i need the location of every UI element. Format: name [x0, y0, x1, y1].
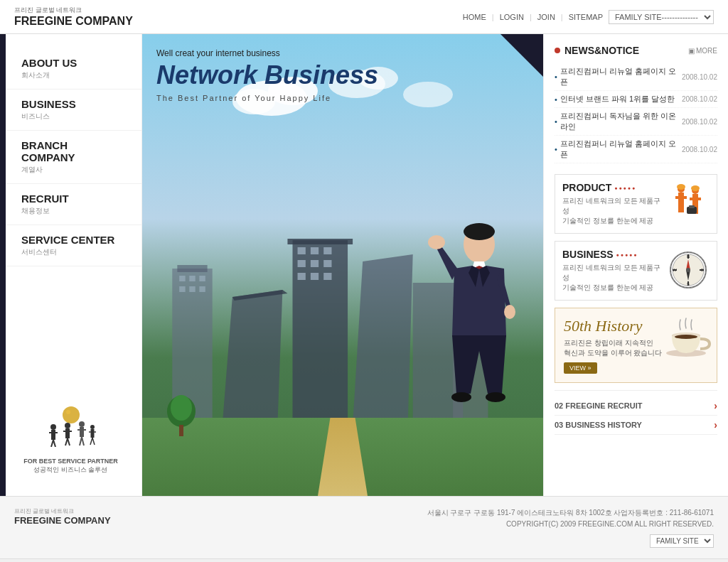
svg-rect-33: [179, 286, 185, 292]
news-item-1[interactable]: 인터넷 브랜드 파워 1위를 달성한 2008.10.02: [555, 91, 717, 108]
news-item-text-1: 인터넷 브랜드 파워 1위를 달성한: [560, 94, 679, 104]
svg-text:N: N: [687, 254, 690, 259]
bottom-link-1[interactable]: 03 BUSINESS HISTORY ›: [555, 416, 717, 435]
news-dot: [555, 48, 560, 53]
svg-rect-34: [189, 286, 195, 292]
watermark-bar: tooopen.com 素材公社 | HTML: [0, 558, 728, 562]
svg-rect-31: [189, 276, 195, 281]
main-content: ABOUT US 회사소개 BUSINESS 비즈니스 BRANCH COMPA…: [0, 34, 728, 496]
sidebar-bottom: FOR BEST SERVICE PARTNER 성공적인 비즈니스 솔루션: [0, 397, 141, 482]
svg-rect-38: [298, 247, 306, 254]
footer-address: 서울시 구로구 구로동 191-7 에이스테크노타워 8차 1002호 사업자등…: [427, 507, 714, 519]
svg-point-17: [90, 425, 95, 429]
svg-rect-66: [681, 204, 684, 212]
nav-join[interactable]: JOIN: [537, 13, 555, 21]
svg-rect-45: [311, 273, 318, 280]
svg-rect-18: [90, 429, 94, 438]
svg-rect-41: [298, 260, 306, 267]
svg-text:S: S: [687, 282, 690, 286]
sidebar-item-about-sub: 회사소개: [21, 70, 120, 80]
svg-point-0: [63, 406, 80, 423]
sidebar-item-recruit[interactable]: RECRUIT 채용정보: [0, 184, 141, 225]
sidebar-item-recruit-sub: 채용정보: [21, 206, 120, 216]
sidebar-item-branch[interactable]: BRANCH COMPANY 계열사: [0, 131, 141, 184]
footer-logo-main: FREEGINE COMPANY: [14, 515, 111, 526]
news-item-2[interactable]: 프리진컴퍼니 독자님을 위한 이온라인 2008.10.02: [555, 108, 717, 136]
sidebar-item-business-title: BUSINESS: [21, 98, 120, 110]
news-more-link[interactable]: ▣ MORE: [688, 47, 717, 55]
svg-point-2: [50, 424, 56, 430]
hero-tree: [164, 394, 199, 439]
svg-point-1: [66, 410, 70, 414]
news-title-area: NEWS&NOTICE: [555, 45, 639, 56]
svg-line-21: [92, 438, 95, 445]
svg-point-50: [171, 395, 192, 421]
svg-rect-70: [690, 198, 695, 200]
family-site-select[interactable]: FAMILY SITE--------------: [609, 10, 714, 24]
bottom-link-arrow-0: ›: [714, 400, 717, 411]
bottom-link-label-1: 03 BUSINESS HISTORY: [555, 421, 642, 429]
product-card: PRODUCT ● ● ● ● ● 프리진 네트워크의 모든 제품구성 기술적인…: [555, 174, 717, 234]
news-item-0[interactable]: 프리진컴퍼니 리뉴얼 홈페이지 오픈 2008.10.02: [555, 63, 717, 91]
news-list: 프리진컴퍼니 리뉴얼 홈페이지 오픈 2008.10.02 인터넷 브랜드 파워…: [555, 63, 717, 163]
product-card-content: PRODUCT ● ● ● ● ● 프리진 네트워크의 모든 제품구성 기술적인…: [562, 182, 661, 226]
hero-section: Well creat your internet business Networ…: [142, 34, 543, 496]
footer-logo: 프리진 글로벌 네트워크 FREEGINE COMPANY: [14, 507, 111, 526]
sidebar: ABOUT US 회사소개 BUSINESS 비즈니스 BRANCH COMPA…: [0, 34, 142, 496]
news-item-date-3: 2008.10.02: [682, 146, 717, 153]
sidebar-item-branch-title: BRANCH COMPANY: [21, 139, 120, 163]
footer-family-select[interactable]: FAMILY SITE: [650, 534, 714, 548]
logo-sub: 프리진 글로벌 네트워크: [14, 6, 133, 15]
product-card-desc: 프리진 네트워크의 모든 제품구성 기술적인 정보를 한눈에 제공: [562, 196, 661, 226]
svg-point-57: [428, 235, 445, 249]
svg-rect-76: [689, 205, 695, 208]
svg-point-67: [677, 184, 685, 190]
svg-point-89: [686, 268, 690, 272]
svg-point-74: [691, 185, 700, 191]
svg-line-6: [53, 440, 55, 447]
svg-point-58: [504, 305, 515, 319]
history-section: 50th History 프리진은 창립이래 지속적인 혁신과 도약을 이루어 …: [555, 308, 717, 383]
footer-copyright: COPYRIGHT(C) 2009 FREEGINE.COM ALL RIGHT…: [427, 519, 714, 530]
logo: 프리진 글로벌 네트워크 FREEGINE COMPANY: [14, 6, 133, 28]
svg-rect-44: [298, 273, 306, 280]
svg-point-53: [464, 223, 495, 240]
svg-point-93: [675, 335, 697, 339]
business-card-content: BUSINESS ● ● ● ● ● 프리진 네트워크의 모든 제품구성 기술적…: [562, 249, 661, 293]
svg-rect-35: [199, 286, 205, 292]
svg-rect-3: [51, 430, 55, 440]
sidebar-item-business-sub: 비즈니스: [21, 112, 120, 121]
hero-subtitle: The Best Partner of Your Happy Life: [156, 94, 378, 102]
product-card-image: [667, 182, 710, 225]
business-card-image: N S W E: [667, 249, 710, 291]
bottom-link-label-0: 02 FREEGINE RECRUIT: [555, 401, 642, 410]
sidebar-item-about[interactable]: ABOUT US 회사소개: [0, 48, 141, 90]
footer-info: 서울시 구로구 구로동 191-7 에이스테크노타워 8차 1002호 사업자등…: [427, 507, 714, 548]
svg-line-16: [82, 437, 84, 445]
sidebar-item-business[interactable]: BUSINESS 비즈니스: [0, 90, 141, 131]
site-header: 프리진 글로벌 네트워크 FREEGINE COMPANY HOME | LOG…: [0, 0, 728, 34]
footer-logo-sub: 프리진 글로벌 네트워크: [14, 507, 111, 515]
svg-rect-71: [695, 198, 701, 200]
news-item-3[interactable]: 프리진컴퍼니 리뉴얼 홈페이지 오픈 2008.10.02: [555, 136, 717, 163]
nav-login[interactable]: LOGIN: [500, 13, 524, 21]
nav-sitemap[interactable]: SITEMAP: [569, 13, 603, 21]
nav-home[interactable]: HOME: [463, 13, 486, 21]
history-view-button[interactable]: VIEW »: [564, 362, 597, 374]
business-card-desc: 프리진 네트워크의 모든 제품구성 기술적인 정보를 한눈에 제공: [562, 263, 661, 293]
footer-family-site: FAMILY SITE: [427, 534, 714, 548]
bottom-link-arrow-1: ›: [714, 419, 717, 431]
svg-rect-65: [678, 204, 681, 212]
svg-text:E: E: [701, 268, 704, 272]
sidebar-item-service[interactable]: SERVICE CENTER 서비스센터: [0, 225, 141, 266]
news-title-text: NEWS&NOTICE: [564, 45, 639, 56]
svg-rect-36: [293, 240, 348, 425]
logo-main: FREEGINE COMPANY: [14, 15, 133, 28]
site-footer: 프리진 글로벌 네트워크 FREEGINE COMPANY 서울시 구로구 구로…: [0, 496, 728, 558]
svg-text:W: W: [673, 268, 677, 272]
right-panel: NEWS&NOTICE ▣ MORE 프리진컴퍼니 리뉴얼 홈페이지 오픈 20…: [543, 34, 728, 496]
svg-rect-46: [323, 273, 331, 280]
bottom-link-0[interactable]: 02 FREEGINE RECRUIT ›: [555, 396, 717, 416]
svg-rect-32: [199, 276, 205, 281]
business-card: BUSINESS ● ● ● ● ● 프리진 네트워크의 모든 제품구성 기술적…: [555, 241, 717, 301]
